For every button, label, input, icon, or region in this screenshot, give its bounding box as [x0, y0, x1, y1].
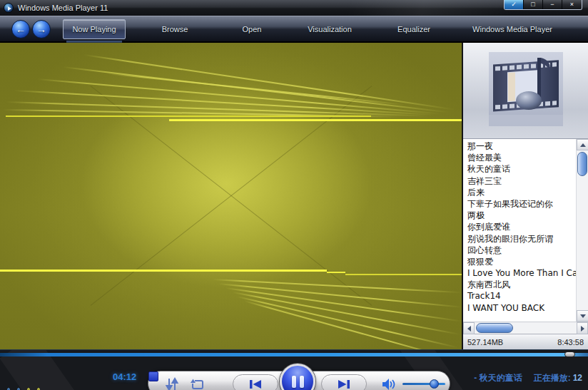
playlist-item[interactable]: 狠狠爱: [463, 256, 576, 267]
scroll-down-icon: [580, 314, 586, 318]
viz-scanline: [327, 272, 345, 273]
playlist-item[interactable]: Track14: [463, 290, 576, 302]
wmp-window: Windows Media Player 11 ✓ □ − × ← → Now …: [0, 0, 588, 390]
playlist-item[interactable]: 后来: [463, 187, 576, 198]
scroll-right-button[interactable]: [577, 322, 588, 334]
playlist-item[interactable]: 东南西北风: [463, 279, 576, 290]
playlist-item[interactable]: 你到底爱谁: [463, 221, 576, 232]
viz-streak-line: [244, 300, 456, 349]
playlist-item[interactable]: 秋天的童话: [463, 163, 576, 175]
playback-controls: [148, 371, 450, 390]
back-button[interactable]: ←: [11, 20, 30, 39]
status-value: 12: [573, 373, 582, 383]
pause-icon: [292, 376, 296, 388]
restore-button[interactable]: □: [524, 0, 543, 9]
repeat-button[interactable]: [188, 376, 207, 390]
main-area: 那一夜曾经最美秋天的童话吉祥三宝后来下辈子如果我还记的你两极你到底爱谁别说我的眼…: [0, 43, 588, 349]
tab-browse[interactable]: Browse: [143, 19, 207, 39]
tab-windows-media-player[interactable]: Windows Media Player: [465, 19, 559, 39]
playlist-item[interactable]: I Love You More Than I Can S: [463, 267, 576, 279]
playlist-item[interactable]: 下辈子如果我还记的你: [463, 198, 576, 210]
playlist-list-container: 那一夜曾经最美秋天的童话吉祥三宝后来下辈子如果我还记的你两极你到底爱谁别说我的眼…: [463, 139, 588, 322]
playlist-total-size: 527.14MB: [467, 338, 503, 347]
seek-bar[interactable]: [0, 353, 588, 356]
minimize-button[interactable]: −: [543, 0, 562, 9]
playlist-item[interactable]: 那一夜: [463, 140, 576, 152]
scroll-up-icon: [580, 143, 586, 147]
visualization-canvas[interactable]: [0, 43, 462, 349]
now-playing-info: - 秋天的童话 正在播放:12: [474, 372, 582, 384]
viz-scanline: [0, 270, 327, 272]
tab-equalizer[interactable]: Equalizer: [381, 19, 447, 39]
playlist-panel: 那一夜曾经最美秋天的童话吉祥三宝后来下辈子如果我还记的你两极你到底爱谁别说我的眼…: [462, 43, 588, 349]
playlist-item[interactable]: I WANT YOU BACK: [463, 302, 576, 314]
navigation-bar: ← → Now Playing Browse Open Visualizatio…: [0, 16, 588, 43]
tab-open[interactable]: Open: [221, 19, 283, 39]
playlist-status-bar: 527.14MB 8:43:58: [463, 334, 588, 349]
seek-knob[interactable]: [564, 351, 575, 357]
tab-visualization[interactable]: Visualization: [295, 19, 364, 39]
scroll-left-icon: [467, 326, 471, 332]
playlist-item[interactable]: 吉祥三宝: [463, 175, 576, 187]
next-icon: [336, 379, 352, 389]
close-button[interactable]: ×: [562, 0, 582, 9]
clipped-watermark: [4, 386, 50, 390]
album-art-area: [463, 43, 588, 139]
volume-slider[interactable]: [402, 383, 445, 385]
playlist-list: 那一夜曾经最美秋天的童话吉祥三宝后来下辈子如果我还记的你两极你到底爱谁别说我的眼…: [463, 140, 576, 322]
viz-streak-line: [84, 54, 455, 111]
window-controls: ✓ □ − ×: [504, 0, 582, 10]
stop-button[interactable]: [148, 371, 158, 381]
scroll-up-button[interactable]: [577, 139, 588, 150]
playlist-item[interactable]: 两极: [463, 210, 576, 221]
playlist-item[interactable]: 曾经最美: [463, 152, 576, 163]
speaker-icon: [382, 377, 397, 390]
window-title: Windows Media Player 11: [18, 4, 108, 12]
album-art-image: [489, 52, 563, 126]
mute-button[interactable]: [381, 376, 398, 390]
viz-scanline: [345, 274, 462, 275]
title-bar: Windows Media Player 11 ✓ □ − ×: [0, 0, 588, 16]
tab-now-playing[interactable]: Now Playing: [63, 19, 126, 39]
apply-button[interactable]: ✓: [505, 0, 524, 9]
volume-knob[interactable]: [430, 379, 439, 389]
horizontal-scrollbar[interactable]: [463, 322, 588, 334]
viz-streak-line: [6, 101, 428, 117]
pause-button[interactable]: [280, 364, 315, 390]
viz-scanline: [169, 119, 462, 121]
scroll-down-button[interactable]: [577, 310, 588, 322]
playlist-item[interactable]: 回心转意: [463, 245, 576, 256]
previous-icon: [248, 379, 263, 389]
status-label: 正在播放:: [534, 373, 571, 383]
previous-button[interactable]: [233, 374, 278, 390]
pause-icon: [300, 376, 304, 388]
shuffle-button[interactable]: [163, 376, 181, 390]
elapsed-time: 04:12: [113, 371, 136, 382]
vertical-scroll-thumb[interactable]: [577, 152, 587, 176]
viz-scanline: [6, 116, 371, 117]
horizontal-scroll-thumb[interactable]: [476, 323, 513, 333]
scroll-left-button[interactable]: [463, 322, 475, 334]
forward-button[interactable]: →: [32, 20, 51, 39]
wmp-logo-icon: [4, 3, 14, 13]
shuffle-icon: [165, 377, 179, 390]
vertical-scrollbar[interactable]: [576, 139, 588, 322]
playlist-item[interactable]: 别说我的眼泪你无所谓: [463, 233, 576, 245]
now-playing-title: - 秋天的童话: [474, 372, 522, 384]
playlist-total-duration: 8:43:58: [557, 338, 584, 347]
scroll-right-icon: [581, 326, 584, 332]
transport-bar: 04:12: [0, 349, 588, 390]
next-button[interactable]: [321, 374, 367, 390]
now-playing-status: 正在播放:12: [534, 372, 582, 384]
repeat-icon: [191, 377, 205, 390]
